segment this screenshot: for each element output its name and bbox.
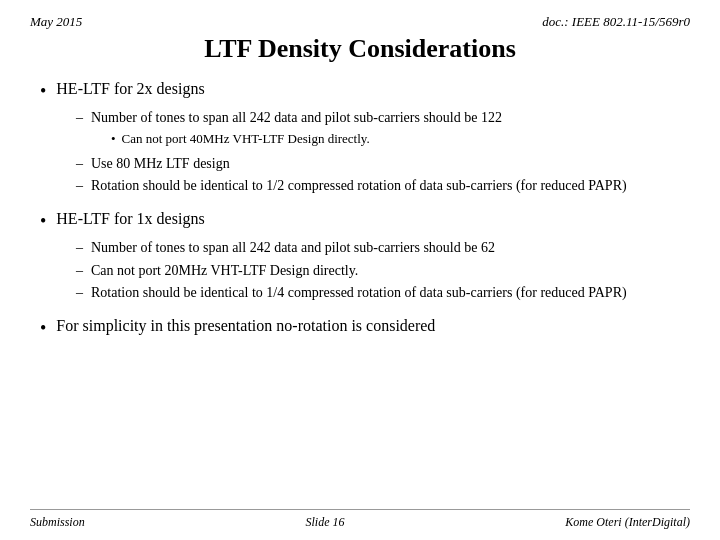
page-title: LTF Density Considerations (30, 34, 690, 64)
header-date: May 2015 (30, 14, 82, 30)
section-1: • HE-LTF for 2x designs – Number of tone… (40, 80, 680, 196)
sub-item-text-2-1: Number of tones to span all 242 data and… (91, 238, 495, 258)
sub-item-text-1-1: Number of tones to span all 242 data and… (91, 108, 502, 151)
section-3: • For simplicity in this presentation no… (40, 317, 680, 339)
sub-list-2: – Number of tones to span all 242 data a… (76, 238, 680, 303)
sub-sub-bullet-1-1-1: • (111, 130, 116, 148)
bullet-2: • HE-LTF for 1x designs (40, 210, 680, 232)
content-area: • HE-LTF for 2x designs – Number of tone… (30, 80, 690, 509)
bullet-dot-3: • (40, 318, 46, 339)
sub-item-text-1-2: Use 80 MHz LTF design (91, 154, 230, 174)
sub-dash-2-1: – (76, 238, 83, 258)
bullet-text-2: HE-LTF for 1x designs (56, 210, 204, 228)
sub-dash-2-3: – (76, 283, 83, 303)
sub-item-2-1: – Number of tones to span all 242 data a… (76, 238, 680, 258)
bullet-dot-2: • (40, 211, 46, 232)
sub-dash-1-3: – (76, 176, 83, 196)
footer-slide: Slide 16 (306, 515, 345, 530)
bullet-text-3: For simplicity in this presentation no-r… (56, 317, 435, 335)
sub-list-1: – Number of tones to span all 242 data a… (76, 108, 680, 196)
bullet-3: • For simplicity in this presentation no… (40, 317, 680, 339)
sub-item-2-3: – Rotation should be identical to 1/4 co… (76, 283, 680, 303)
section-2: • HE-LTF for 1x designs – Number of tone… (40, 210, 680, 303)
sub-sub-list-1-1: • Can not port 40MHz VHT-LTF Design dire… (111, 130, 502, 148)
sub-item-text-1-3: Rotation should be identical to 1/2 comp… (91, 176, 627, 196)
bullet-text-1: HE-LTF for 2x designs (56, 80, 204, 98)
sub-item-1-3: – Rotation should be identical to 1/2 co… (76, 176, 680, 196)
footer-submission: Submission (30, 515, 85, 530)
sub-dash-1-2: – (76, 154, 83, 174)
sub-item-1-2: – Use 80 MHz LTF design (76, 154, 680, 174)
sub-item-text-2-2: Can not port 20MHz VHT-LTF Design direct… (91, 261, 358, 281)
bullet-dot-1: • (40, 81, 46, 102)
footer: Submission Slide 16 Kome Oteri (InterDig… (30, 509, 690, 530)
header-doc: doc.: IEEE 802.11-15/569r0 (542, 14, 690, 30)
footer-author: Kome Oteri (InterDigital) (565, 515, 690, 530)
sub-sub-text-1-1-1: Can not port 40MHz VHT-LTF Design direct… (122, 130, 370, 148)
sub-item-2-2: – Can not port 20MHz VHT-LTF Design dire… (76, 261, 680, 281)
header: May 2015 doc.: IEEE 802.11-15/569r0 (30, 14, 690, 30)
sub-dash-2-2: – (76, 261, 83, 281)
sub-item-text-2-3: Rotation should be identical to 1/4 comp… (91, 283, 627, 303)
page: May 2015 doc.: IEEE 802.11-15/569r0 LTF … (0, 0, 720, 540)
bullet-1: • HE-LTF for 2x designs (40, 80, 680, 102)
sub-dash-1-1: – (76, 108, 83, 128)
sub-sub-item-1-1-1: • Can not port 40MHz VHT-LTF Design dire… (111, 130, 502, 148)
sub-item-1-1: – Number of tones to span all 242 data a… (76, 108, 680, 151)
